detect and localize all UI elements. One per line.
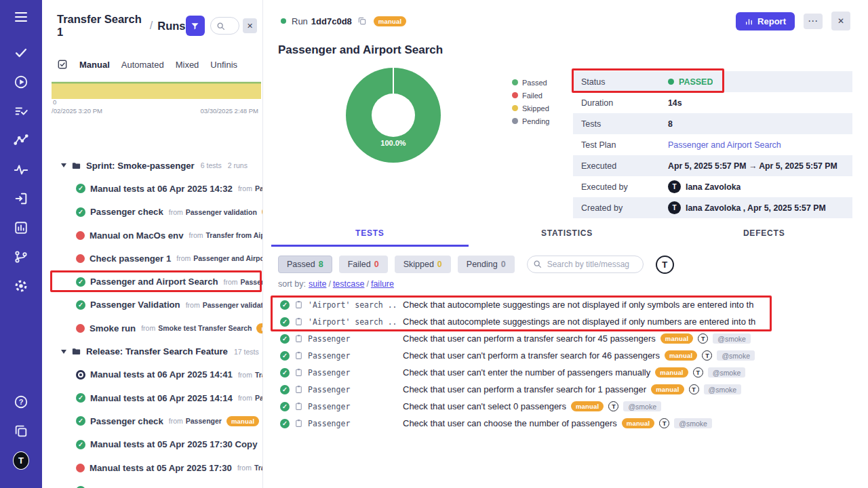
menu-button[interactable]	[13, 9, 29, 25]
tab-defects[interactable]: DEFECTS	[665, 228, 863, 247]
info-row-duration: Duration14s	[573, 92, 852, 113]
tree-run-item[interactable]: Smoke runfromSmoke test Transfer Searchm…	[42, 317, 262, 340]
folder-icon	[71, 346, 81, 357]
test-list: ✓'Airport' search ...Check that autocomp…	[271, 296, 863, 432]
y-axis-zero: 0	[53, 98, 56, 106]
tree-run-item[interactable]: ✓Passenger ValidationfromPassenger valid…	[42, 293, 262, 317]
filter-pending-button[interactable]: Pending0	[458, 256, 515, 273]
tree-folder[interactable]: Release: Transfer Search Feature17 tests…	[42, 340, 262, 363]
runs-tree: Sprint: Smoke-passenger6 tests2 runs✓Man…	[42, 154, 262, 488]
failed-icon	[76, 254, 85, 263]
manual-badge: manual	[660, 333, 693, 344]
sort-by-failure[interactable]: failure	[371, 279, 394, 289]
import-icon[interactable]	[13, 190, 29, 207]
runs-search-input[interactable]	[210, 17, 240, 35]
sort-bar: sort by: suite/testcase/failure	[278, 279, 394, 289]
passed-icon: ✓	[280, 419, 290, 428]
left-tab-automated[interactable]: Automated	[121, 60, 164, 70]
testcase-icon	[294, 385, 303, 394]
info-row-executed: ExecutedApr 5, 2025 5:57 PM → Apr 5, 202…	[573, 155, 852, 176]
test-row[interactable]: ✓PassengerCheck that user can't perform …	[271, 347, 863, 364]
help-icon[interactable]: ?	[13, 394, 29, 410]
filter-label: Passed	[287, 260, 315, 269]
tree-run-item[interactable]: ✓Manual tests at 05 Apr 2025 17:30 Copyf…	[42, 433, 262, 456]
tree-run-item[interactable]: ✓Passenger checkfromPassengermanual6	[42, 409, 262, 432]
tree-run-item[interactable]: Check passenger 1fromPassenger and Airpo…	[42, 247, 262, 270]
x-axis-labels: /02/2025 3:20 PM 03/30/2025 2:48 PM	[52, 107, 258, 115]
tree-run-item[interactable]: Manual tests at 05 Apr 2025 17:30fromTra…	[42, 456, 262, 479]
left-tab-manual[interactable]: Manual	[79, 60, 110, 70]
close-run-button[interactable]: ✕	[831, 12, 850, 30]
tab-tests[interactable]: TESTS	[271, 228, 469, 247]
test-runs-icon[interactable]	[13, 103, 29, 119]
status-text: PASSED	[679, 77, 713, 87]
tree-run-item[interactable]: ✓Passenger checkfromPassenger validation…	[42, 201, 262, 224]
reporter-icon: T	[702, 350, 712, 361]
test-plan-link[interactable]: Passenger and Airport Search	[668, 140, 781, 150]
info-label: Status	[581, 77, 668, 87]
filter-failed-button[interactable]: Failed0	[339, 256, 388, 273]
caret-down-icon[interactable]	[61, 163, 66, 167]
filter-button[interactable]	[186, 16, 205, 36]
reporter-filter-button[interactable]: T	[656, 256, 674, 274]
tree-run-label: Manual on MacOs env	[90, 230, 184, 241]
passed-icon: ✓	[76, 300, 85, 310]
info-value: PASSED	[668, 77, 713, 87]
clear-search-button[interactable]: ✕	[243, 18, 257, 33]
testcase-icon	[294, 351, 303, 360]
more-options-button[interactable]: ⋯	[804, 14, 823, 29]
runs-panel: Transfer Search 1 / Runs ✕ ManualAutomat…	[42, 0, 263, 488]
reporter-icon: T	[693, 367, 703, 378]
select-runs-icon[interactable]	[57, 59, 68, 70]
pipeline-flow-icon[interactable]	[13, 132, 29, 148]
tree-run-item[interactable]: Manual tests at 06 Apr 2025 14:41fromTra…	[42, 363, 262, 386]
passed-icon: ✓	[280, 368, 290, 378]
reporter-icon: T	[659, 418, 669, 428]
failed-icon	[76, 231, 85, 240]
breadcrumb-separator: /	[150, 20, 153, 32]
test-search-input[interactable]	[527, 256, 644, 273]
projects-icon[interactable]	[13, 423, 29, 439]
area-chart	[52, 70, 261, 99]
tree-run-item[interactable]: ✓Passenger and Airport SearchfromPasseng…	[42, 270, 262, 293]
test-row[interactable]: ✓'Airport' search ...Check that autocomp…	[271, 313, 863, 330]
passed-icon: ✓	[76, 416, 85, 426]
caret-down-icon[interactable]	[61, 350, 66, 354]
tree-run-item[interactable]: Manual on MacOs envfromTransfer from Aip…	[42, 224, 262, 247]
tree-run-item[interactable]: ✓Manual tests at 06 Apr 2025 14:32fromPa…	[42, 177, 262, 200]
reports-chart-icon[interactable]	[13, 220, 29, 236]
test-row[interactable]: ✓PassengerCheck that user can't enter th…	[271, 364, 863, 381]
logo-avatar[interactable]: T	[13, 452, 29, 468]
test-row[interactable]: ✓PassengerCheck that user can't select 0…	[271, 398, 863, 415]
test-row[interactable]: ✓'Airport' search ...Check that autocomp…	[271, 296, 863, 313]
sort-by-testcase[interactable]: testcase	[333, 279, 365, 289]
tree-folder[interactable]: Sprint: Smoke-passenger6 tests2 runs	[42, 154, 262, 177]
manual-badge: manual	[622, 418, 654, 428]
manual-badge: manual	[651, 384, 684, 394]
tree-run-item[interactable]: ✓Manual tests at 06 Apr 2025 14:14fromPa…	[42, 386, 262, 409]
settings-gear-icon[interactable]	[13, 278, 29, 294]
tests-check-icon[interactable]	[13, 45, 29, 61]
reporter-icon: T	[698, 333, 708, 344]
left-tab-mixed[interactable]: Mixed	[176, 60, 199, 70]
test-search	[527, 256, 644, 273]
left-tab-unfinis[interactable]: Unfinis	[210, 60, 237, 70]
donut-divider	[393, 68, 394, 94]
x-axis-start: /02/2025 3:20 PM	[52, 107, 102, 115]
branches-icon[interactable]	[13, 249, 29, 265]
tab-statistics[interactable]: STATISTICS	[469, 228, 666, 247]
page-name: Runs	[157, 20, 185, 33]
tree-run-item[interactable]: ✓	[42, 479, 262, 488]
analytics-pulse-icon[interactable]	[13, 161, 29, 178]
runs-play-icon[interactable]	[13, 74, 29, 90]
sort-by-suite[interactable]: suite	[309, 279, 326, 289]
project-name[interactable]: Transfer Search 1	[57, 13, 145, 39]
test-row[interactable]: ✓PassengerCheck that user can choose the…	[271, 415, 863, 432]
report-button[interactable]: Report	[736, 12, 795, 30]
filter-passed-button[interactable]: Passed8	[278, 256, 332, 273]
copy-run-id-icon[interactable]	[357, 16, 367, 26]
legend-label: Pending	[522, 117, 549, 125]
test-row[interactable]: ✓PassengerCheck that user can perform a …	[271, 330, 863, 347]
filter-skipped-button[interactable]: Skipped0	[395, 256, 451, 273]
test-row[interactable]: ✓PassengerCheck that user can perform a …	[271, 381, 863, 398]
